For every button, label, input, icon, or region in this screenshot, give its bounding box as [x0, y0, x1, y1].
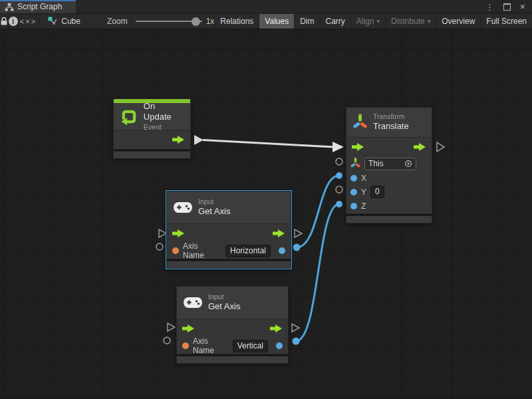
- port-label-z: Z: [361, 201, 366, 211]
- code-icon: <×>: [20, 17, 37, 25]
- value-port-y[interactable]: [350, 189, 357, 196]
- relations-button[interactable]: Relations: [214, 14, 259, 29]
- axis-name-field[interactable]: Horizontal: [225, 245, 271, 257]
- port-label-x: X: [361, 174, 366, 183]
- node-title: Get Axis: [198, 206, 230, 217]
- param-label: Axis Name: [183, 241, 221, 260]
- lock-icon: [0, 17, 8, 26]
- window-tab-bar: Script Graph ⋮ ×: [0, 0, 532, 14]
- value-port-x[interactable]: [350, 175, 357, 182]
- graph-breadcrumb[interactable]: Cube: [39, 17, 90, 26]
- node-on-update[interactable]: On Update Event: [113, 98, 191, 159]
- distribute-dropdown[interactable]: Distribute▾: [385, 14, 436, 29]
- window-controls: ⋮ ×: [485, 0, 532, 13]
- flow-output-port[interactable]: [172, 136, 185, 144]
- align-dropdown[interactable]: Align▾: [350, 14, 385, 29]
- node-title: On Update: [144, 101, 184, 123]
- flow-input-port[interactable]: [352, 143, 364, 151]
- port-label-y: Y: [361, 188, 366, 197]
- zoom-value: 1x: [206, 17, 215, 26]
- chevron-down-icon: ▾: [428, 18, 431, 25]
- loop-event-icon: [120, 108, 138, 126]
- chevron-down-icon: ▾: [377, 18, 380, 25]
- window-menu-icon[interactable]: ⋮: [485, 3, 494, 11]
- node-get-axis-vertical[interactable]: Input Get Axis Axis Name Vertical: [176, 286, 289, 364]
- tab-script-graph[interactable]: Script Graph: [0, 0, 76, 13]
- transform-mini-icon: [350, 157, 360, 170]
- node-footer: [166, 261, 291, 269]
- target-object-field[interactable]: This: [364, 158, 416, 170]
- param-label: Axis Name: [193, 336, 229, 355]
- dim-button[interactable]: Dim: [294, 14, 319, 29]
- flow-input-port[interactable]: [182, 325, 195, 332]
- zoom-slider[interactable]: [136, 17, 202, 26]
- node-category: Input: [198, 198, 230, 206]
- code-view-button[interactable]: <×>: [18, 14, 39, 29]
- flow-output-port[interactable]: [270, 325, 283, 332]
- maximize-icon[interactable]: [503, 3, 511, 11]
- zoom-control: Zoom 1x: [107, 17, 214, 26]
- lock-button[interactable]: [0, 14, 8, 29]
- y-value-field[interactable]: 0: [370, 186, 384, 198]
- node-category: Transform: [373, 112, 409, 121]
- zoom-label: Zoom: [107, 17, 128, 26]
- node-title: Get Axis: [208, 301, 240, 312]
- graph-toolbar: i <×> Cube Zoom 1x Relations Values Dim …: [0, 14, 532, 29]
- node-title: Translate: [373, 121, 409, 132]
- result-port[interactable]: [279, 247, 285, 254]
- graph-icon: [48, 17, 57, 26]
- axis-name-field[interactable]: Vertical: [233, 340, 268, 352]
- value-port-axis-name[interactable]: [172, 247, 179, 254]
- node-footer: [113, 151, 191, 159]
- fullscreen-button[interactable]: Full Screen: [480, 14, 532, 29]
- carry-button[interactable]: Carry: [320, 14, 350, 29]
- flow-output-port[interactable]: [273, 229, 285, 237]
- toolbar-toggles: Relations Values Dim Carry Align▾ Distri…: [214, 14, 532, 29]
- flow-output-port[interactable]: [414, 143, 426, 151]
- overview-button[interactable]: Overview: [436, 14, 480, 29]
- node-category: Input: [208, 293, 240, 301]
- result-port[interactable]: [276, 342, 283, 349]
- transform-icon: [353, 113, 367, 132]
- flow-input-port[interactable]: [172, 229, 185, 237]
- values-button[interactable]: Values: [259, 14, 294, 29]
- gamepad-icon: [184, 297, 202, 309]
- graph-name: Cube: [61, 17, 80, 26]
- inspect-button[interactable]: i: [9, 14, 18, 29]
- node-subtitle: Event: [144, 123, 184, 132]
- close-icon[interactable]: ×: [520, 2, 525, 11]
- info-icon: i: [9, 17, 18, 26]
- node-footer: [176, 356, 289, 364]
- node-translate[interactable]: Transform Translate This: [346, 107, 432, 223]
- tab-title: Script Graph: [17, 2, 62, 11]
- object-picker-icon[interactable]: [404, 160, 412, 168]
- value-port-axis-name[interactable]: [182, 342, 189, 349]
- gamepad-icon: [174, 201, 192, 213]
- target-value: This: [368, 159, 384, 169]
- graph-hierarchy-icon: [5, 3, 14, 11]
- value-port-z[interactable]: [350, 203, 357, 209]
- node-get-axis-horizontal[interactable]: Input Get Axis Axis Name Horizontal: [166, 191, 291, 269]
- zoom-slider-handle[interactable]: [192, 17, 200, 26]
- node-footer: [346, 215, 432, 223]
